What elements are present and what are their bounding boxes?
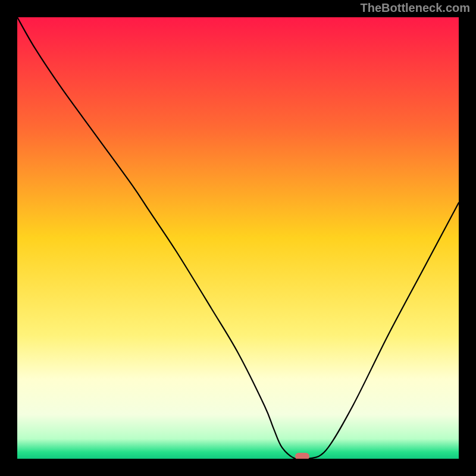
chart-frame: TheBottleneck.com bbox=[0, 0, 476, 476]
chart-svg bbox=[17, 17, 459, 459]
plot-area bbox=[17, 17, 459, 459]
watermark-text: TheBottleneck.com bbox=[361, 1, 470, 15]
optimal-point-marker bbox=[295, 453, 309, 459]
gradient-background bbox=[17, 17, 459, 459]
